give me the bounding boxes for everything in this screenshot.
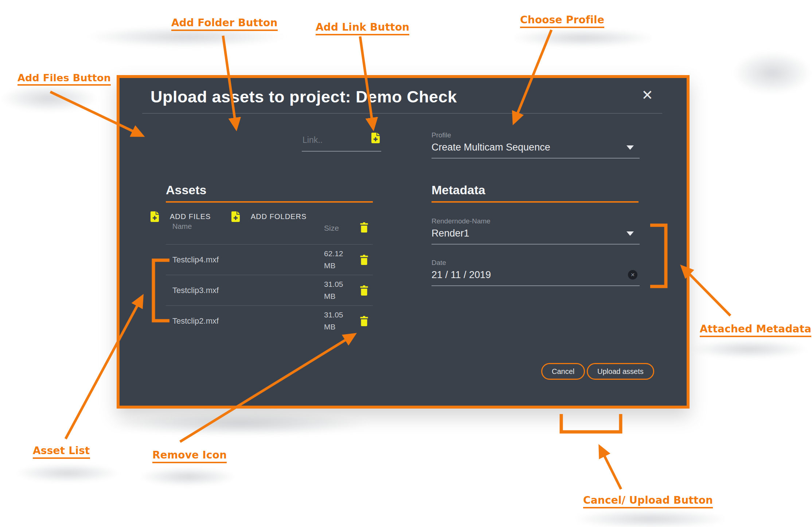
chevron-down-icon bbox=[626, 145, 634, 150]
title-divider bbox=[142, 113, 662, 114]
add-files-button[interactable]: ADD FILES bbox=[151, 211, 211, 222]
shadow-blob bbox=[109, 412, 372, 436]
profile-value: Create Multicam Sequence bbox=[432, 142, 550, 153]
asset-name: Testclip2.mxf bbox=[166, 316, 324, 326]
metadata-heading-rule bbox=[432, 201, 639, 203]
date-value: 21 / 11 / 2019 bbox=[432, 269, 491, 281]
cancel-button[interactable]: Cancel bbox=[541, 363, 585, 380]
asset-size: 31.05 MB bbox=[324, 278, 355, 302]
annotation-add-files: Add Files Button bbox=[17, 72, 111, 86]
upload-assets-button[interactable]: Upload assets bbox=[587, 363, 654, 380]
profile-label: Profile bbox=[432, 131, 640, 139]
dialog-title: Upload assets to project: Demo Check bbox=[151, 87, 457, 106]
rendernode-label: Rendernode-Name bbox=[432, 217, 640, 225]
metadata-heading: Metadata bbox=[432, 183, 485, 197]
chevron-down-icon bbox=[626, 231, 634, 236]
add-files-label: ADD FILES bbox=[170, 212, 211, 221]
remove-asset-icon[interactable] bbox=[355, 285, 373, 296]
size-column-header: Size bbox=[324, 222, 355, 234]
assets-table-header: Name Size bbox=[166, 222, 373, 244]
link-field bbox=[302, 132, 381, 152]
date-label: Date bbox=[432, 259, 640, 267]
upload-assets-dialog: Upload assets to project: Demo Check ✕ A… bbox=[117, 75, 690, 409]
shadow-blob bbox=[689, 340, 809, 359]
arrow-cancel-upload bbox=[600, 447, 621, 489]
table-row: Testclip4.mxf 62.12 MB bbox=[166, 244, 373, 275]
asset-size: 62.12 MB bbox=[324, 248, 355, 272]
asset-size: 31.05 MB bbox=[324, 309, 355, 333]
date-field[interactable]: Date 21 / 11 / 2019 ✕ bbox=[432, 259, 640, 286]
asset-name: Testclip4.mxf bbox=[166, 255, 324, 265]
bracket-cancel-upload bbox=[561, 414, 621, 432]
profile-select[interactable]: Profile Create Multicam Sequence bbox=[432, 131, 640, 159]
shadow-blob bbox=[572, 510, 729, 527]
annotation-attached-metadata: Attached Metadata bbox=[700, 323, 811, 337]
asset-name: Testclip3.mxf bbox=[166, 286, 324, 295]
rendernode-select[interactable]: Rendernode-Name Render1 bbox=[432, 217, 640, 245]
folder-plus-icon bbox=[231, 211, 240, 222]
shadow-blob bbox=[510, 28, 656, 47]
annotation-add-link: Add Link Button bbox=[316, 21, 409, 35]
shadow-blob bbox=[15, 464, 120, 483]
assets-heading: Assets bbox=[166, 183, 207, 197]
shadow-blob bbox=[0, 85, 98, 112]
close-icon[interactable]: ✕ bbox=[641, 88, 653, 102]
assets-table: Name Size Testclip4.mxf 62.12 MB Testcli… bbox=[166, 222, 373, 336]
annotated-screenshot-canvas: Upload assets to project: Demo Check ✕ A… bbox=[0, 0, 812, 527]
annotation-choose-profile: Choose Profile bbox=[520, 14, 604, 28]
add-folders-label: ADD FOLDERS bbox=[251, 212, 307, 221]
delete-all-icon[interactable] bbox=[355, 222, 373, 233]
add-link-icon[interactable] bbox=[371, 133, 380, 145]
table-row: Testclip2.mxf 31.05 MB bbox=[166, 305, 373, 336]
remove-asset-icon[interactable] bbox=[355, 255, 373, 265]
shadow-blob bbox=[138, 467, 237, 486]
rendernode-value: Render1 bbox=[432, 228, 469, 239]
add-folders-button[interactable]: ADD FOLDERS bbox=[231, 211, 307, 222]
annotation-add-folder: Add Folder Button bbox=[171, 17, 278, 31]
table-row: Testclip3.mxf 31.05 MB bbox=[166, 275, 373, 305]
assets-heading-rule bbox=[166, 201, 373, 203]
remove-asset-icon[interactable] bbox=[355, 316, 373, 326]
link-input[interactable] bbox=[302, 132, 381, 152]
name-column-header: Name bbox=[166, 222, 324, 231]
annotation-cancel-upload: Cancel/ Upload Button bbox=[583, 494, 713, 508]
clear-date-icon[interactable]: ✕ bbox=[628, 270, 637, 280]
annotation-remove-icon: Remove Icon bbox=[152, 449, 227, 463]
file-plus-icon bbox=[151, 211, 159, 222]
shadow-blob bbox=[733, 51, 812, 95]
annotation-asset-list: Asset List bbox=[33, 445, 90, 459]
